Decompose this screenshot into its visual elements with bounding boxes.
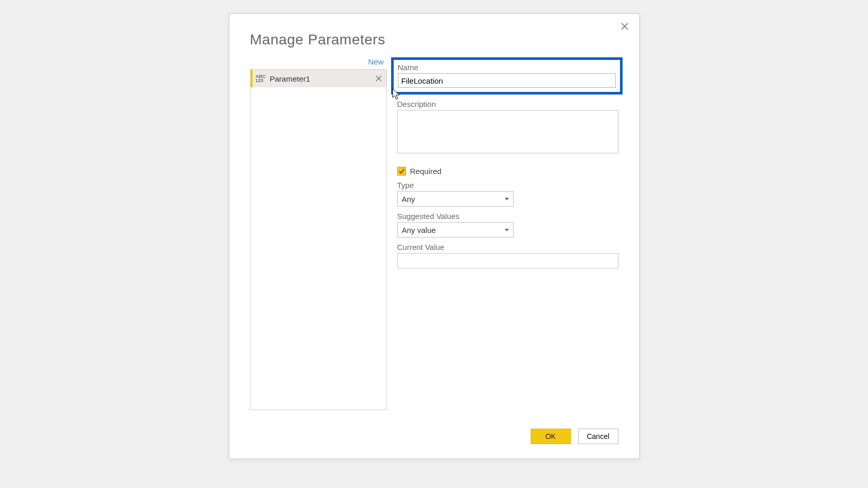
parameters-panel: New ABC 123 Parameter1 (250, 57, 387, 410)
name-input[interactable] (398, 73, 616, 88)
required-label: Required (410, 167, 442, 176)
name-field-highlight: Name (391, 57, 623, 95)
ok-button[interactable]: OK (531, 429, 571, 444)
name-label: Name (398, 63, 616, 72)
current-value-input[interactable] (397, 253, 618, 269)
description-input[interactable] (397, 110, 618, 153)
description-label: Description (397, 100, 618, 108)
suggested-values-dropdown[interactable]: Any value (397, 222, 514, 238)
parameter-list: ABC 123 Parameter1 (250, 69, 387, 410)
cancel-button[interactable]: Cancel (578, 429, 618, 444)
parameter-form: Name Description Required Type Any (397, 57, 618, 410)
chevron-down-icon (505, 198, 509, 200)
delete-icon (376, 75, 382, 82)
dialog-title: Manage Parameters (250, 32, 618, 48)
manage-parameters-dialog: Manage Parameters New ABC 123 Parameter1 (229, 13, 640, 459)
suggested-values-dropdown-value: Any value (402, 226, 436, 234)
close-button[interactable] (618, 20, 631, 33)
delete-parameter-button[interactable] (374, 74, 383, 83)
type-dropdown[interactable]: Any (397, 191, 514, 207)
parameter-item-label: Parameter1 (270, 74, 374, 83)
dialog-footer: OK Cancel (250, 429, 618, 444)
datatype-icon-123: 123 (256, 78, 266, 83)
current-value-label: Current Value (397, 243, 618, 251)
chevron-down-icon (505, 229, 509, 231)
checkmark-icon (398, 168, 405, 175)
datatype-any-icon: ABC 123 (256, 74, 266, 83)
new-parameter-link[interactable]: New (250, 57, 387, 69)
close-icon (621, 22, 629, 30)
type-dropdown-value: Any (402, 195, 415, 203)
dialog-content: New ABC 123 Parameter1 Nam (250, 57, 618, 410)
suggested-values-label: Suggested Values (397, 212, 618, 221)
parameter-list-item[interactable]: ABC 123 Parameter1 (251, 70, 386, 87)
type-label: Type (397, 181, 618, 190)
required-checkbox[interactable] (397, 167, 406, 176)
